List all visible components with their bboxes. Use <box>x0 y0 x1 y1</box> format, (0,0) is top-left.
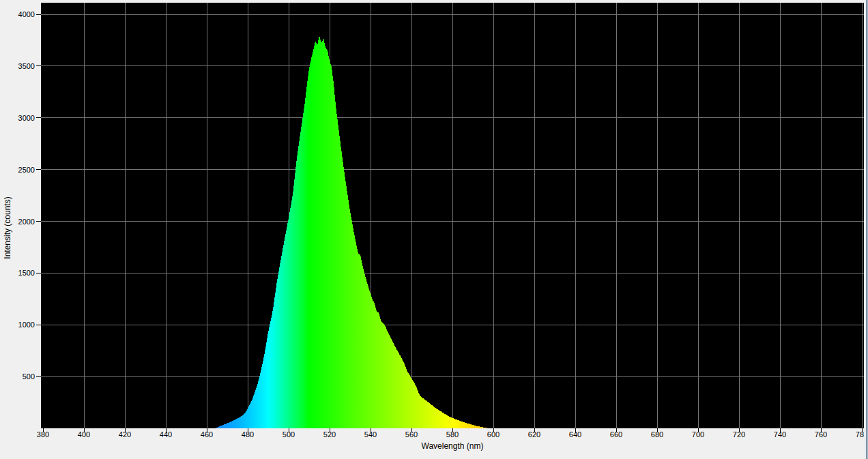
x-tick-label: 640 <box>569 430 581 439</box>
x-tick-label: 700 <box>692 430 704 439</box>
x-tick-label: 500 <box>283 430 295 439</box>
x-tick-label: 620 <box>528 430 540 439</box>
x-tick-label: 400 <box>78 430 90 439</box>
x-tick-label: 520 <box>323 430 336 439</box>
x-tick-label: 540 <box>364 430 377 439</box>
x-tick-label: 380 <box>37 430 49 439</box>
y-tick-label: 2000 <box>18 218 35 226</box>
x-tick-label: 580 <box>446 430 459 439</box>
x-axis-title: Wavelength (nm) <box>41 441 864 451</box>
y-tick-label: 2500 <box>18 166 35 174</box>
y-tick-label: 3500 <box>18 62 35 70</box>
y-tick-label: 500 <box>23 372 35 381</box>
window-right-border <box>864 0 868 459</box>
y-tick-label: 1000 <box>18 321 35 329</box>
x-tick-label: 420 <box>119 430 131 439</box>
x-tick-label: 760 <box>815 430 827 439</box>
y-tick-label: 3000 <box>18 114 35 122</box>
x-tick-label: 660 <box>610 430 622 439</box>
x-tick-label: 440 <box>160 430 172 439</box>
y-tick-label: 4000 <box>18 10 35 18</box>
x-tick-label: 740 <box>774 430 786 439</box>
y-tick-labels: 5001000150020002500300035004000 <box>18 10 35 381</box>
x-tick-label: 560 <box>405 430 418 439</box>
spectrometer-chart-page: 3804004204404604805005205405605806006206… <box>0 0 868 459</box>
x-tick-label: 720 <box>733 430 745 439</box>
y-axis-title: Intensity (counts) <box>3 196 12 258</box>
x-tick-label: 680 <box>651 430 663 439</box>
x-tick-labels: 3804004204404604805005205405605806006206… <box>37 430 868 439</box>
x-tick-label: 460 <box>201 430 213 439</box>
y-tick-label: 1500 <box>18 269 35 277</box>
spectrum-chart: 3804004204404604805005205405605806006206… <box>0 0 868 459</box>
x-tick-label: 480 <box>242 430 254 439</box>
x-tick-label: 600 <box>487 430 500 439</box>
